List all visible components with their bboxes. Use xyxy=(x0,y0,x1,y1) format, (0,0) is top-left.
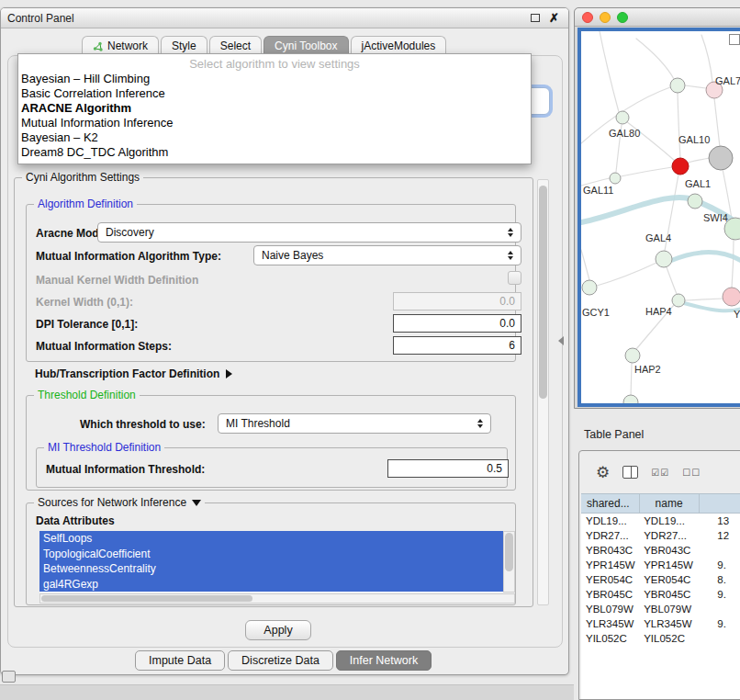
close-traffic-light[interactable] xyxy=(582,12,593,23)
bottom-strip xyxy=(0,684,574,700)
algorithm-option[interactable]: Basic Correlation Inference xyxy=(18,86,531,101)
network-window-titlebar[interactable] xyxy=(575,8,740,27)
tab-label: jActiveModules xyxy=(362,40,436,52)
network-node[interactable] xyxy=(656,251,672,267)
network-edge xyxy=(581,250,589,280)
collapsed-panel-icon[interactable] xyxy=(2,671,16,683)
attributes-vertical-scrollbar[interactable] xyxy=(503,531,515,593)
network-node[interactable] xyxy=(623,395,638,403)
group-title: Algorithm Definition xyxy=(34,198,137,210)
algorithm-option[interactable]: Mutual Information Inference xyxy=(18,116,531,130)
data-attributes-list[interactable]: SelfLoopsTopologicalCoefficientBetweenne… xyxy=(39,531,503,593)
table-row[interactable]: YDL19...YDL19...13 xyxy=(581,514,740,528)
table-row[interactable]: YDR27...YDR27...12 xyxy=(581,528,740,543)
combobox-value: MI Threshold xyxy=(226,417,477,430)
columns-icon[interactable] xyxy=(622,466,638,479)
combobox-value: Naive Bayes xyxy=(262,249,508,262)
settings-scrollbar[interactable] xyxy=(537,179,549,605)
table-row[interactable]: YER054CYER054C8. xyxy=(581,572,740,587)
canvas-corner-box[interactable] xyxy=(729,34,740,45)
table-cell: 9. xyxy=(699,618,740,629)
table-row[interactable]: YIL052CYIL052C xyxy=(581,631,740,646)
mi-threshold-field[interactable]: 0.5 xyxy=(387,459,509,478)
mi-algorithm-type-combobox[interactable]: Naive Bayes xyxy=(253,245,521,265)
combobox-arrows-icon xyxy=(508,228,513,237)
node-label: GAL1 xyxy=(685,178,711,189)
mi-algorithm-type-label: Mutual Information Algorithm Type: xyxy=(36,250,221,263)
gear-icon[interactable]: ⚙ xyxy=(596,465,610,480)
kernel-width-field[interactable]: 0.0 xyxy=(393,292,521,310)
table-cell: YDR27... xyxy=(639,530,699,541)
algorithm-option[interactable]: Dream8 DC_TDC Algorithm xyxy=(18,145,531,160)
minimize-traffic-light[interactable] xyxy=(600,12,611,23)
algorithm-option[interactable]: Bayesian – K2 xyxy=(18,130,531,145)
tab-label: Network xyxy=(107,40,148,52)
manual-kernel-width-checkbox[interactable] xyxy=(508,271,521,285)
network-node[interactable] xyxy=(670,78,685,93)
attribute-item[interactable]: BetweennessCentrality xyxy=(39,561,503,577)
network-node[interactable] xyxy=(672,158,689,175)
table-cell: 13 xyxy=(699,515,740,526)
column-header[interactable]: name xyxy=(640,494,700,513)
network-node[interactable] xyxy=(625,348,640,363)
table-cell: YBR043C xyxy=(581,545,639,556)
attribute-item[interactable]: TopologicalCoefficient xyxy=(39,547,503,562)
node-label: GAL7 xyxy=(715,75,740,86)
hub-transcription-expander[interactable]: Hub/Transcription Factor Definition xyxy=(35,367,232,380)
table-row[interactable]: YBR045CYBR045C9. xyxy=(581,587,740,602)
zoom-traffic-light[interactable] xyxy=(617,12,628,23)
cyni-bottom-tab-bar: Impute Data Discretize Data Infer Networ… xyxy=(135,650,432,671)
column-header[interactable] xyxy=(700,494,740,513)
network-node[interactable] xyxy=(610,173,621,184)
network-node[interactable] xyxy=(723,288,740,306)
table-row[interactable]: YBL079WYBL079W xyxy=(581,602,740,616)
which-threshold-combobox[interactable]: MI Threshold xyxy=(218,413,491,434)
network-edge xyxy=(581,198,695,222)
table-cell: YLR345W xyxy=(581,618,639,629)
table-row[interactable]: YBR043CYBR043C xyxy=(581,543,740,558)
network-edge xyxy=(600,31,619,112)
attribute-item[interactable]: SelfLoops xyxy=(39,531,503,547)
mi-steps-field[interactable]: 6 xyxy=(393,336,521,355)
expander-label: Hub/Transcription Factor Definition xyxy=(35,367,219,380)
tab-impute-data[interactable]: Impute Data xyxy=(135,650,225,671)
field-value: 0.5 xyxy=(487,462,502,475)
table-cell: YDL19... xyxy=(581,515,639,526)
attributes-horizontal-scrollbar[interactable] xyxy=(39,593,515,604)
deselect-all-checkboxes-icon[interactable]: ☐☐ xyxy=(682,468,701,478)
tab-label: Style xyxy=(172,40,196,52)
combobox-value: Discovery xyxy=(106,226,508,239)
network-canvas[interactable]: GAL7GAL80GAL10GAL11GAL1SWI4GAL4GCY1HAP4Y… xyxy=(581,31,740,403)
float-window-icon[interactable] xyxy=(531,14,540,22)
tab-label: Select xyxy=(220,40,251,52)
dpi-tolerance-field[interactable]: 0.0 xyxy=(393,314,521,333)
table-row[interactable]: YPR145WYPR145W9. xyxy=(581,558,740,572)
select-all-checkboxes-icon[interactable]: ☑☑ xyxy=(651,468,669,478)
network-node[interactable] xyxy=(582,280,597,295)
control-panel-titlebar[interactable]: Control Panel ✗ xyxy=(1,8,568,28)
column-header[interactable]: shared... xyxy=(581,494,640,513)
network-edge xyxy=(621,167,672,176)
tab-infer-network[interactable]: Infer Network xyxy=(336,650,432,671)
network-node[interactable] xyxy=(709,146,733,170)
network-edge xyxy=(622,119,675,161)
sources-expander[interactable]: Sources for Network Inference xyxy=(34,496,205,509)
table-row[interactable]: YLR345WYLR345W9. xyxy=(581,616,740,631)
network-node[interactable] xyxy=(616,111,629,124)
aracne-mode-combobox[interactable]: Discovery xyxy=(97,222,521,243)
apply-button[interactable]: Apply xyxy=(245,620,311,640)
mi-steps-label: Mutual Information Steps: xyxy=(36,340,172,353)
panel-collapse-arrow-icon[interactable] xyxy=(558,336,564,345)
network-node[interactable] xyxy=(672,294,685,307)
close-icon[interactable]: ✗ xyxy=(549,14,559,23)
network-node[interactable] xyxy=(688,194,702,209)
tab-discretize-data[interactable]: Discretize Data xyxy=(228,650,333,671)
apply-label: Apply xyxy=(263,624,292,637)
network-edge xyxy=(597,263,656,286)
table-cell: YDR27... xyxy=(581,530,639,541)
network-svg[interactable]: GAL7GAL80GAL10GAL11GAL1SWI4GAL4GCY1HAP4Y… xyxy=(581,31,740,403)
attribute-item[interactable]: gal4RGexp xyxy=(39,577,503,593)
algorithm-option[interactable]: ARACNE Algorithm xyxy=(18,101,531,116)
node-label: GCY1 xyxy=(582,307,610,318)
algorithm-option[interactable]: Bayesian – Hill Climbing xyxy=(18,72,531,86)
